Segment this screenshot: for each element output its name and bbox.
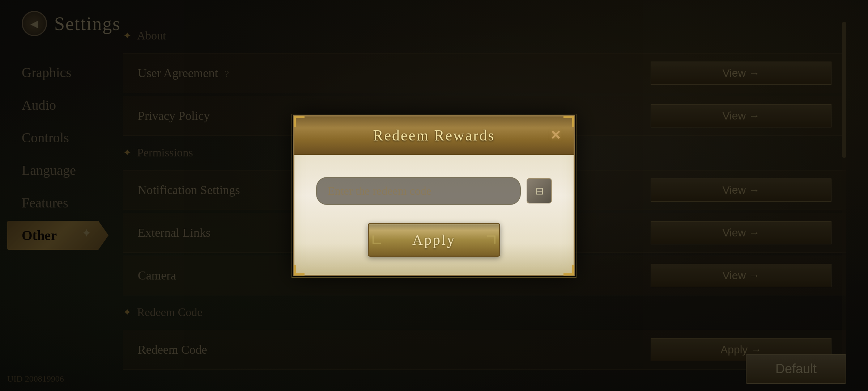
modal-header: Redeem Rewards ✕ [294, 117, 574, 155]
redeem-rewards-modal: Redeem Rewards ✕ ⊟ Apply [293, 115, 575, 276]
modal-close-button[interactable]: ✕ [545, 125, 566, 146]
close-icon: ✕ [550, 128, 561, 143]
fold-corner-tr [563, 116, 574, 127]
redeem-input-row: ⊟ [316, 177, 552, 205]
modal-overlay: Redeem Rewards ✕ ⊟ Apply [0, 0, 868, 391]
paste-button[interactable]: ⊟ [527, 178, 552, 203]
modal-body: ⊟ Apply [294, 155, 574, 275]
fold-corner-br [563, 265, 574, 276]
fold-corner-bl [294, 265, 305, 276]
modal-apply-button[interactable]: Apply [368, 223, 500, 257]
modal-title: Redeem Rewards [312, 127, 556, 144]
fold-corner-tl [294, 116, 305, 127]
paste-icon: ⊟ [535, 185, 544, 197]
redeem-code-input[interactable] [316, 177, 521, 205]
